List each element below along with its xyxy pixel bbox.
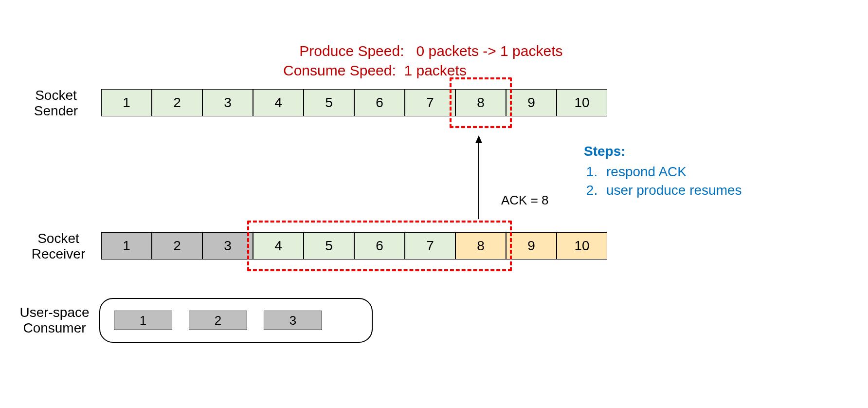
receiver-cell: 1	[101, 232, 152, 260]
sender-cell: 6	[354, 89, 405, 116]
sender-buffer: 12345678910	[101, 89, 607, 116]
receiver-cell: 10	[557, 232, 607, 260]
receiver-window	[247, 221, 512, 271]
steps-title: Steps:	[584, 142, 742, 161]
produce-speed-label: Produce Speed:	[299, 43, 404, 59]
consume-speed-label: Consume Speed:	[283, 62, 396, 78]
sender-cell: 10	[557, 89, 607, 116]
sender-cell: 9	[506, 89, 557, 116]
diagram-canvas: Produce Speed: 0 packets -> 1 packets Co…	[0, 0, 868, 408]
consumer-block: 3	[264, 311, 322, 330]
steps-item: user produce resumes	[601, 181, 742, 200]
consumer-container: 123	[99, 298, 373, 343]
receiver-cell: 3	[202, 232, 253, 260]
sender-cell: 5	[304, 89, 354, 116]
produce-speed-value: 0 packets -> 1 packets	[416, 43, 563, 59]
sender-cell: 3	[202, 89, 253, 116]
receiver-cell: 2	[152, 232, 202, 260]
sender-cell: 7	[405, 89, 455, 116]
consume-speed-value: 1 packets	[404, 62, 466, 78]
sender-window	[450, 77, 512, 128]
sender-label: Socket Sender	[19, 88, 92, 119]
sender-cell: 4	[253, 89, 304, 116]
receiver-cell: 9	[506, 232, 557, 260]
sender-cell: 1	[101, 89, 152, 116]
consumer-block: 2	[189, 311, 247, 330]
steps-item: respond ACK	[601, 163, 742, 181]
ack-line: ACK = 8	[501, 192, 568, 209]
steps-block: Steps: respond ACKuser produce resumes	[584, 142, 742, 199]
receiver-label: Socket Receiver	[19, 231, 97, 262]
steps-list: respond ACKuser produce resumes	[584, 163, 742, 200]
speed-text: Produce Speed: 0 packets -> 1 packets Co…	[283, 21, 563, 100]
sender-cell: 2	[152, 89, 202, 116]
consumer-block: 1	[114, 311, 172, 330]
consumer-label: User-space Consumer	[11, 305, 98, 336]
